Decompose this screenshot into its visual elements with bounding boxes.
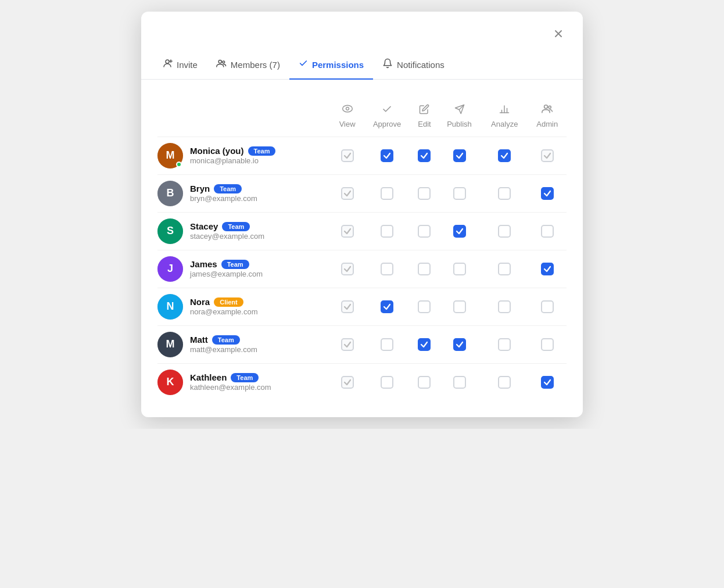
perm-cell-admin-6 bbox=[528, 363, 567, 401]
send-icon bbox=[440, 104, 479, 117]
tab-notifications[interactable]: Notifications bbox=[373, 51, 454, 80]
checkbox-admin[interactable] bbox=[541, 225, 554, 238]
lock-check-icon bbox=[343, 303, 352, 311]
user-email: stacey@example.com bbox=[190, 232, 264, 241]
col-label-edit: Edit bbox=[418, 120, 431, 128]
table-row: K Kathleen Team kathleen@example.com bbox=[157, 363, 567, 401]
checkbox-edit[interactable] bbox=[418, 263, 431, 275]
checkbox-edit[interactable] bbox=[418, 338, 431, 351]
user-name: Stacey bbox=[190, 221, 218, 231]
perm-cell-view-2 bbox=[332, 212, 363, 250]
user-badge: Team bbox=[214, 184, 242, 193]
checkbox-publish[interactable] bbox=[453, 300, 466, 313]
invite-icon bbox=[162, 58, 173, 71]
checkbox-approve[interactable] bbox=[381, 338, 393, 351]
checkbox-analyze[interactable] bbox=[498, 149, 511, 162]
avatar-bg: S bbox=[157, 218, 183, 244]
modal-header bbox=[141, 12, 583, 42]
perm-cell-analyze-4 bbox=[481, 288, 528, 325]
checkmark-icon bbox=[456, 340, 464, 349]
user-details: James Team james@example.com bbox=[190, 259, 263, 278]
checkbox-approve[interactable] bbox=[381, 376, 393, 389]
checkbox-admin[interactable] bbox=[541, 263, 554, 275]
user-name: Kathleen bbox=[190, 372, 227, 382]
table-row: S Stacey Team stacey@example.com bbox=[157, 212, 567, 250]
perm-cell-analyze-2 bbox=[481, 212, 528, 250]
checkbox-approve[interactable] bbox=[381, 263, 393, 275]
table-row: N Nora Client nora@example.com bbox=[157, 288, 567, 325]
user-name: Bryn bbox=[190, 184, 210, 193]
avatar: M bbox=[157, 332, 183, 357]
close-button[interactable] bbox=[550, 26, 567, 42]
workspace-sharing-modal: Invite Members (7) Permissions Notificat… bbox=[141, 12, 583, 417]
table-row: J James Team james@example.com bbox=[157, 250, 567, 288]
checkbox-approve[interactable] bbox=[381, 187, 393, 200]
avatar: J bbox=[157, 256, 183, 282]
checkbox-edit[interactable] bbox=[418, 376, 431, 389]
perm-cell-approve-6 bbox=[363, 363, 411, 401]
checkmark-icon bbox=[543, 378, 551, 386]
checkbox-admin[interactable] bbox=[541, 300, 554, 313]
perm-cell-edit-6 bbox=[411, 363, 438, 401]
tab-bar: Invite Members (7) Permissions Notificat… bbox=[141, 51, 583, 80]
checkmark-icon bbox=[500, 152, 508, 160]
checkmark-icon bbox=[543, 265, 551, 273]
user-info-cell: N Nora Client nora@example.com bbox=[157, 294, 329, 320]
tab-permissions[interactable]: Permissions bbox=[289, 51, 373, 80]
tab-invite[interactable]: Invite bbox=[153, 51, 207, 80]
lock-check-icon bbox=[343, 340, 352, 349]
checkbox-publish[interactable] bbox=[453, 225, 466, 238]
perm-cell-edit-1 bbox=[411, 174, 438, 212]
user-badge: Team bbox=[221, 260, 249, 269]
perm-cell-view-0 bbox=[332, 137, 363, 174]
tab-members[interactable]: Members (7) bbox=[207, 51, 289, 80]
perm-cell-approve-1 bbox=[363, 174, 411, 212]
checkbox-analyze[interactable] bbox=[498, 225, 511, 238]
checkbox-edit[interactable] bbox=[418, 225, 431, 238]
bell-icon bbox=[382, 58, 393, 71]
checkbox-analyze[interactable] bbox=[498, 187, 511, 200]
col-header-edit: Edit bbox=[411, 98, 438, 137]
checkbox-approve[interactable] bbox=[381, 225, 393, 238]
checkbox-publish[interactable] bbox=[453, 263, 466, 275]
tab-label-permissions: Permissions bbox=[312, 60, 364, 70]
admin-icon bbox=[530, 103, 564, 117]
checkbox-approve[interactable] bbox=[381, 149, 393, 162]
user-details: Kathleen Team kathleen@example.com bbox=[190, 372, 271, 392]
checkbox-analyze[interactable] bbox=[498, 300, 511, 313]
lock-check-icon bbox=[343, 227, 352, 235]
perm-cell-approve-3 bbox=[363, 250, 411, 288]
lock-check-icon bbox=[343, 152, 352, 160]
checkbox-analyze[interactable] bbox=[498, 376, 511, 389]
checkbox-publish[interactable] bbox=[453, 376, 466, 389]
checkbox-publish[interactable] bbox=[453, 187, 466, 200]
checkbox-analyze[interactable] bbox=[498, 338, 511, 351]
checkbox-view bbox=[341, 187, 354, 200]
checkbox-analyze[interactable] bbox=[498, 263, 511, 275]
perm-cell-admin-2 bbox=[528, 212, 567, 250]
avatar-bg: J bbox=[157, 256, 183, 282]
lock-check-icon bbox=[543, 152, 551, 160]
checkbox-publish[interactable] bbox=[453, 338, 466, 351]
checkmark-icon bbox=[456, 227, 464, 235]
checkbox-edit[interactable] bbox=[418, 149, 431, 162]
permissions-table: View Approve Edit Publish Analyze Admin … bbox=[157, 98, 567, 401]
checkbox-admin[interactable] bbox=[541, 187, 554, 200]
perm-cell-analyze-6 bbox=[481, 363, 528, 401]
checkbox-approve[interactable] bbox=[381, 300, 393, 313]
avatar: S bbox=[157, 218, 183, 244]
perm-cell-edit-0 bbox=[411, 137, 438, 174]
tab-label-members: Members (7) bbox=[231, 60, 280, 70]
perm-cell-publish-4 bbox=[438, 288, 481, 325]
user-badge: Team bbox=[231, 373, 259, 382]
checkbox-admin[interactable] bbox=[541, 338, 554, 351]
checkbox-admin[interactable] bbox=[541, 376, 554, 389]
col-label-approve: Approve bbox=[373, 120, 401, 128]
checkbox-edit[interactable] bbox=[418, 187, 431, 200]
checkbox-publish[interactable] bbox=[453, 149, 466, 162]
table-row: M Matt Team matt@example.com bbox=[157, 325, 567, 363]
col-header-publish: Publish bbox=[438, 98, 481, 137]
user-cell-2: S Stacey Team stacey@example.com bbox=[157, 212, 332, 250]
avatar: K bbox=[157, 370, 183, 395]
checkbox-edit[interactable] bbox=[418, 300, 431, 313]
